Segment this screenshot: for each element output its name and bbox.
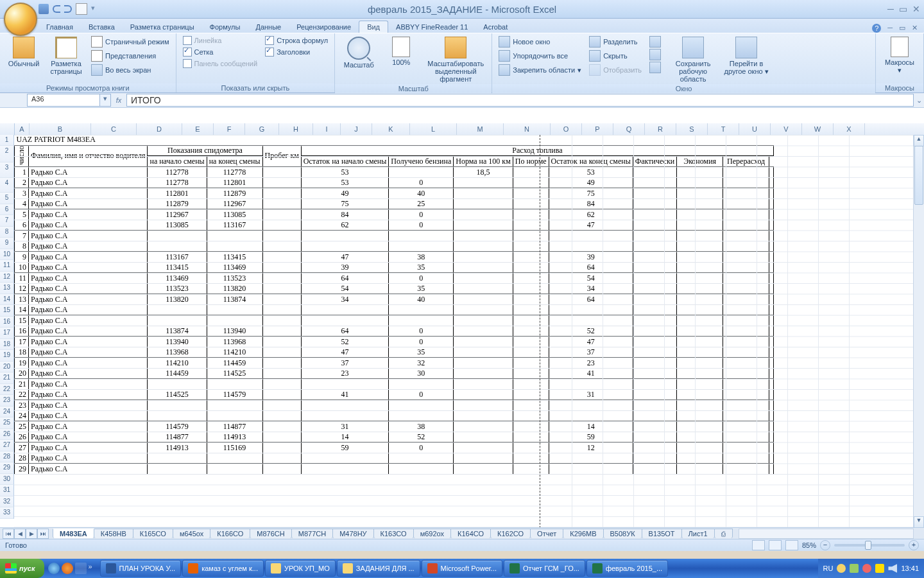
cell[interactable]: [389, 241, 454, 252]
normal-view-button[interactable]: Обычный: [4, 35, 44, 69]
cell[interactable]: 31: [301, 421, 389, 432]
cell[interactable]: [677, 326, 723, 337]
cell[interactable]: 113820: [207, 283, 262, 294]
cell[interactable]: [301, 379, 389, 390]
cell[interactable]: [454, 389, 513, 400]
cell[interactable]: 6: [15, 220, 29, 231]
cell[interactable]: [262, 464, 301, 475]
cell[interactable]: [723, 283, 769, 294]
cell[interactable]: 52: [549, 326, 633, 337]
row-header[interactable]: 29: [0, 462, 14, 474]
taskbar-task[interactable]: ПЛАН УРОКА У...: [100, 560, 182, 577]
desktop-icon[interactable]: [75, 563, 87, 574]
cell[interactable]: 39: [549, 252, 633, 263]
cell[interactable]: 113940: [148, 337, 207, 347]
cell[interactable]: 54: [301, 283, 389, 294]
sheet-tab[interactable]: М876СН: [250, 529, 291, 538]
cell[interactable]: 12: [15, 283, 29, 294]
cell[interactable]: [723, 304, 769, 315]
cell[interactable]: [769, 442, 774, 453]
cell[interactable]: [454, 304, 513, 315]
cell[interactable]: 14: [549, 421, 633, 432]
cell[interactable]: 114913: [207, 432, 262, 442]
cell[interactable]: 114877: [207, 421, 262, 432]
cell[interactable]: [769, 241, 774, 252]
taskbar-task[interactable]: февраль 2015_...: [586, 560, 668, 577]
cell[interactable]: [723, 273, 769, 284]
sheet-tab[interactable]: Отчет: [530, 529, 563, 538]
sheet-tab[interactable]: К163СО: [373, 529, 414, 538]
column-header[interactable]: F: [214, 123, 245, 135]
cell[interactable]: 0: [389, 442, 454, 453]
cell[interactable]: [513, 464, 549, 475]
fx-icon[interactable]: fx: [111, 96, 126, 104]
formula-input[interactable]: ИТОГО: [126, 94, 914, 107]
cell[interactable]: [677, 209, 723, 220]
cell[interactable]: [769, 273, 774, 284]
cell[interactable]: [513, 358, 549, 369]
cell[interactable]: [769, 283, 774, 294]
row-header[interactable]: 13: [0, 283, 14, 294]
cell[interactable]: [513, 442, 549, 453]
cell[interactable]: [262, 368, 301, 379]
row-header[interactable]: 17: [0, 328, 14, 339]
cell[interactable]: Радько С.А: [29, 400, 148, 411]
column-header[interactable]: T: [708, 123, 739, 135]
cell[interactable]: [633, 432, 676, 442]
cell[interactable]: 113415: [148, 262, 207, 273]
cell[interactable]: [148, 464, 207, 475]
column-header[interactable]: K: [372, 123, 410, 135]
cell[interactable]: 113940: [207, 326, 262, 337]
cell[interactable]: [513, 177, 549, 188]
cell[interactable]: [633, 315, 676, 326]
cell[interactable]: 113469: [207, 262, 262, 273]
cell[interactable]: Радько С.А: [29, 241, 148, 252]
cell[interactable]: [262, 273, 301, 284]
cell[interactable]: [677, 432, 723, 442]
cell[interactable]: 38: [389, 421, 454, 432]
split-button[interactable]: Разделить: [586, 35, 644, 48]
cell[interactable]: [677, 273, 723, 284]
column-header[interactable]: E: [182, 123, 214, 135]
cell[interactable]: 49: [301, 188, 389, 199]
cell[interactable]: [454, 294, 513, 305]
cell[interactable]: [207, 400, 262, 411]
cell[interactable]: [262, 283, 301, 294]
cell[interactable]: 84: [301, 209, 389, 220]
cell[interactable]: [301, 400, 389, 411]
cell[interactable]: 25: [15, 421, 29, 432]
ruler-checkbox[interactable]: Линейка: [180, 35, 261, 46]
cell[interactable]: 31: [549, 389, 633, 400]
cell[interactable]: [454, 337, 513, 347]
cell[interactable]: 18: [15, 347, 29, 358]
cell[interactable]: [262, 432, 301, 442]
cell[interactable]: [633, 421, 676, 432]
ribbon-tab[interactable]: Формулы: [202, 21, 248, 33]
cell[interactable]: [454, 410, 513, 421]
cell[interactable]: [677, 464, 723, 475]
cell[interactable]: 3: [15, 188, 29, 199]
row-header[interactable]: 24: [0, 407, 14, 418]
column-header[interactable]: W: [802, 123, 834, 135]
last-sheet-button[interactable]: ⏭: [37, 529, 49, 539]
cell[interactable]: [677, 283, 723, 294]
cell[interactable]: [723, 326, 769, 337]
cell[interactable]: [262, 326, 301, 337]
cell[interactable]: 49: [549, 177, 633, 188]
cell[interactable]: [677, 188, 723, 199]
cell[interactable]: Радько С.А: [29, 198, 148, 209]
cell[interactable]: [454, 379, 513, 390]
cell[interactable]: [677, 337, 723, 347]
cell[interactable]: [677, 262, 723, 273]
cell[interactable]: [769, 410, 774, 421]
zoom-in-button[interactable]: +: [909, 540, 919, 550]
cell[interactable]: [262, 337, 301, 347]
cell[interactable]: 112967: [148, 209, 207, 220]
zoom-100-button[interactable]: 100%: [381, 35, 421, 67]
cell[interactable]: 112879: [148, 198, 207, 209]
cell[interactable]: [677, 421, 723, 432]
row-header[interactable]: 7: [0, 215, 14, 227]
cell[interactable]: [262, 177, 301, 188]
cell[interactable]: [454, 315, 513, 326]
cell[interactable]: [723, 442, 769, 453]
